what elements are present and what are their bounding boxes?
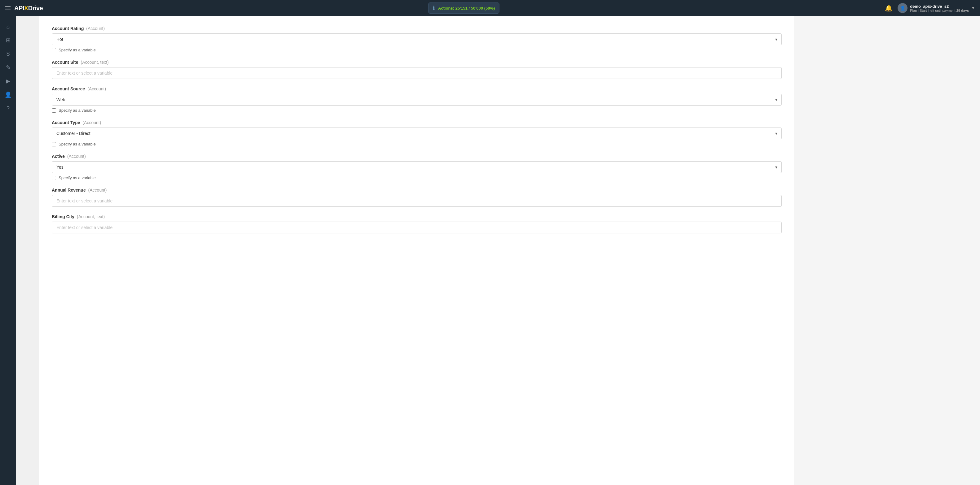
field-billing-city: Billing City (Account, text) bbox=[52, 214, 782, 233]
select-active[interactable]: Yes No bbox=[52, 161, 782, 173]
field-account-site: Account Site (Account, text) bbox=[52, 60, 782, 79]
sidebar-item-billing[interactable]: $ bbox=[3, 48, 14, 59]
field-active: Active (Account) Yes No ▾ Specify as a v… bbox=[52, 154, 782, 180]
checkbox-account-type[interactable] bbox=[52, 142, 56, 146]
sidebar: ⌂ ⊞ $ ✎ ▶ 👤 ? bbox=[0, 16, 16, 485]
checkbox-row-account-source: Specify as a variable bbox=[52, 108, 782, 113]
navbar: APIXDrive ℹ Actions: 25'151 / 50'000 (50… bbox=[0, 0, 980, 16]
user-area[interactable]: 👤 demo_apix-drive_s2 Plan | Start | left… bbox=[897, 3, 975, 13]
label-account-type: Account Type (Account) bbox=[52, 120, 782, 125]
sidebar-item-home[interactable]: ⌂ bbox=[3, 21, 14, 32]
field-account-source: Account Source (Account) Web Phone Email… bbox=[52, 86, 782, 113]
actions-label: Actions: bbox=[438, 6, 454, 11]
select-account-source[interactable]: Web Phone Email Other bbox=[52, 94, 782, 106]
sidebar-item-edit[interactable]: ✎ bbox=[3, 62, 14, 73]
actions-badge[interactable]: ℹ Actions: 25'151 / 50'000 (50%) bbox=[428, 3, 500, 14]
input-annual-revenue[interactable] bbox=[52, 195, 782, 207]
field-annual-revenue: Annual Revenue (Account) bbox=[52, 187, 782, 207]
actions-text: Actions: 25'151 / 50'000 (50%) bbox=[438, 6, 495, 11]
main-content: Account Rating (Account) Hot Warm Cold ▾… bbox=[39, 16, 794, 485]
label-account-source: Account Source (Account) bbox=[52, 86, 782, 91]
select-wrapper-active[interactable]: Yes No ▾ bbox=[52, 161, 782, 173]
select-wrapper-account-type[interactable]: Customer - Direct Customer - Channel Cha… bbox=[52, 127, 782, 139]
logo-x: X bbox=[24, 5, 28, 12]
sidebar-item-help[interactable]: ? bbox=[3, 103, 14, 114]
checkbox-active[interactable] bbox=[52, 176, 56, 180]
checkbox-row-account-rating: Specify as a variable bbox=[52, 48, 782, 52]
logo: APIXDrive bbox=[14, 5, 43, 12]
chevron-down-icon: ▼ bbox=[971, 6, 975, 10]
sidebar-item-profile[interactable]: 👤 bbox=[3, 89, 14, 100]
user-info: demo_apix-drive_s2 Plan | Start | left u… bbox=[910, 4, 969, 13]
checkbox-label-account-type[interactable]: Specify as a variable bbox=[59, 142, 96, 146]
input-account-site[interactable] bbox=[52, 67, 782, 79]
label-annual-revenue: Annual Revenue (Account) bbox=[52, 187, 782, 192]
checkbox-label-account-rating[interactable]: Specify as a variable bbox=[59, 48, 96, 52]
checkbox-label-account-source[interactable]: Specify as a variable bbox=[59, 108, 96, 113]
content-wrapper: Account Rating (Account) Hot Warm Cold ▾… bbox=[16, 16, 980, 485]
sidebar-item-grid[interactable]: ⊞ bbox=[3, 35, 14, 46]
username: demo_apix-drive_s2 bbox=[910, 4, 969, 9]
avatar: 👤 bbox=[897, 3, 907, 13]
label-account-site: Account Site (Account, text) bbox=[52, 60, 782, 65]
checkbox-row-account-type: Specify as a variable bbox=[52, 142, 782, 146]
plan-info: Plan | Start | left until payment 29 day… bbox=[910, 9, 969, 13]
field-account-rating: Account Rating (Account) Hot Warm Cold ▾… bbox=[52, 26, 782, 52]
info-icon: ℹ bbox=[433, 5, 435, 11]
field-account-type: Account Type (Account) Customer - Direct… bbox=[52, 120, 782, 146]
label-billing-city: Billing City (Account, text) bbox=[52, 214, 782, 219]
bell-icon[interactable]: 🔔 bbox=[885, 4, 892, 12]
input-billing-city[interactable] bbox=[52, 222, 782, 233]
checkbox-label-active[interactable]: Specify as a variable bbox=[59, 176, 96, 180]
label-account-rating: Account Rating (Account) bbox=[52, 26, 782, 31]
select-wrapper-account-rating[interactable]: Hot Warm Cold ▾ bbox=[52, 33, 782, 45]
checkbox-row-active: Specify as a variable bbox=[52, 176, 782, 180]
checkbox-account-rating[interactable] bbox=[52, 48, 56, 52]
logo-api: API bbox=[14, 5, 24, 12]
sidebar-item-play[interactable]: ▶ bbox=[3, 76, 14, 87]
hamburger-menu[interactable] bbox=[5, 6, 11, 10]
right-panel bbox=[794, 16, 980, 485]
logo-drive: Drive bbox=[28, 5, 43, 12]
left-panel bbox=[16, 16, 39, 485]
select-wrapper-account-source[interactable]: Web Phone Email Other ▾ bbox=[52, 94, 782, 106]
select-account-type[interactable]: Customer - Direct Customer - Channel Cha… bbox=[52, 127, 782, 139]
label-active: Active (Account) bbox=[52, 154, 782, 159]
select-account-rating[interactable]: Hot Warm Cold bbox=[52, 33, 782, 45]
actions-used: 25'151 / 50'000 (50%) bbox=[455, 6, 495, 11]
checkbox-account-source[interactable] bbox=[52, 108, 56, 113]
